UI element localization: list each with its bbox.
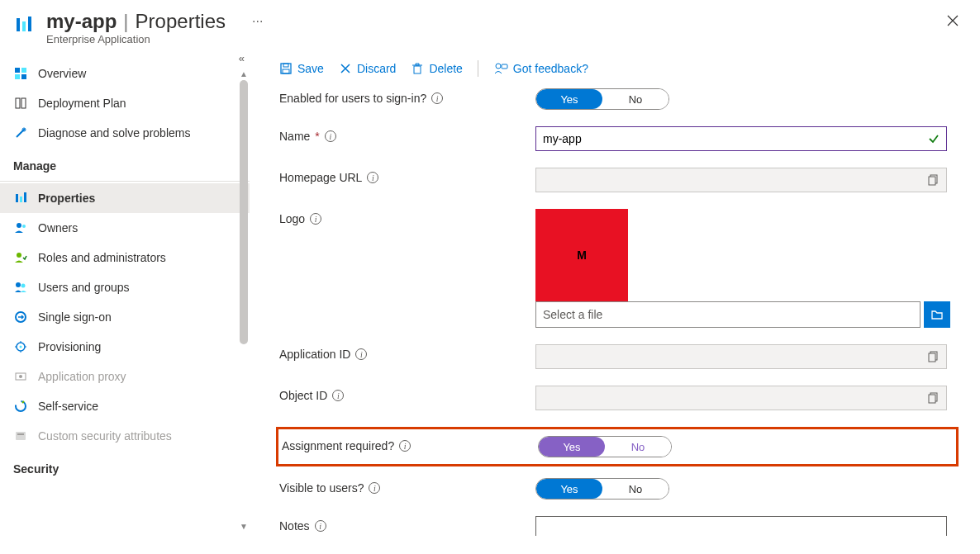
sidebar-item-label: Application proxy <box>38 370 126 383</box>
browse-file-button[interactable] <box>924 301 950 328</box>
info-icon[interactable]: i <box>315 520 326 532</box>
save-button[interactable]: Save <box>279 62 324 75</box>
label-object-id: Object ID <box>279 389 327 402</box>
sidebar-item-label: Diagnose and solve problems <box>38 126 190 140</box>
svg-point-13 <box>17 223 21 228</box>
checkmark-icon <box>928 133 940 144</box>
object-id-field <box>535 386 947 410</box>
logo-file-input[interactable]: Select a file <box>535 301 921 328</box>
sidebar-item-provisioning[interactable]: Provisioning <box>0 332 250 362</box>
svg-rect-35 <box>929 353 935 362</box>
discard-icon <box>339 62 352 75</box>
toggle-no[interactable]: No <box>602 89 668 109</box>
info-icon[interactable]: i <box>355 348 367 360</box>
discard-button[interactable]: Discard <box>339 62 396 75</box>
svg-point-17 <box>21 284 26 288</box>
sidebar-item-deployment-plan[interactable]: Deployment Plan <box>0 88 250 118</box>
toggle-visible[interactable]: Yes No <box>535 478 669 500</box>
application-id-field <box>535 344 947 369</box>
sidebar-item-users-groups[interactable]: Users and groups <box>0 272 250 302</box>
svg-point-22 <box>19 375 22 378</box>
toggle-yes[interactable]: Yes <box>536 89 602 109</box>
name-input[interactable] <box>543 132 928 145</box>
label-notes: Notes <box>279 519 310 533</box>
svg-rect-7 <box>16 98 20 108</box>
header-app-name: my-app <box>46 10 117 33</box>
sidebar-item-sso[interactable]: Single sign-on <box>0 302 250 332</box>
sidebar-item-properties[interactable]: Properties <box>0 183 250 213</box>
toggle-no[interactable]: No <box>602 479 668 499</box>
label-enabled-signin: Enabled for users to sign-in? <box>279 92 426 105</box>
toggle-yes[interactable]: Yes <box>536 479 602 499</box>
label-logo: Logo <box>279 212 305 225</box>
sidebar-item-self-service[interactable]: Self-service <box>0 391 250 421</box>
sidebar-group-manage: Manage <box>0 148 250 182</box>
info-icon[interactable]: i <box>325 130 336 142</box>
save-label: Save <box>297 62 324 75</box>
sidebar-item-diagnose[interactable]: Diagnose and solve problems <box>0 118 250 148</box>
sidebar-item-label: Custom security attributes <box>38 429 172 443</box>
toggle-assignment-required[interactable]: Yes No <box>538 436 672 457</box>
svg-rect-3 <box>15 68 20 73</box>
svg-rect-33 <box>929 177 935 185</box>
label-homepage: Homepage URL <box>279 171 362 184</box>
svg-rect-24 <box>16 432 26 440</box>
required-indicator: * <box>315 130 319 143</box>
folder-icon <box>930 308 944 321</box>
security-attr-icon <box>13 429 28 443</box>
toggle-yes[interactable]: Yes <box>539 437 605 457</box>
sidebar-item-label: Owners <box>38 221 78 234</box>
row-notes: Notes i <box>279 516 959 536</box>
sidebar-item-label: Overview <box>38 67 86 80</box>
feedback-icon <box>493 62 508 75</box>
row-object-id: Object ID i <box>279 386 959 410</box>
owners-icon <box>13 220 28 235</box>
toggle-enabled-signin[interactable]: Yes No <box>535 88 669 110</box>
svg-point-16 <box>16 282 21 287</box>
sidebar-item-custom-security: Custom security attributes <box>0 421 250 451</box>
row-application-id: Application ID i <box>279 344 959 369</box>
toggle-no[interactable]: No <box>605 437 671 457</box>
info-icon[interactable]: i <box>310 213 321 225</box>
discard-label: Discard <box>357 62 396 75</box>
svg-point-20 <box>20 346 22 348</box>
copy-icon[interactable] <box>928 351 940 362</box>
svg-rect-5 <box>15 74 20 79</box>
sidebar-item-roles[interactable]: Roles and administrators <box>0 243 250 272</box>
feedback-label: Got feedback? <box>513 62 588 75</box>
svg-rect-29 <box>414 66 421 73</box>
logo-initial: M <box>577 249 587 262</box>
sidebar-item-owners[interactable]: Owners <box>0 213 250 243</box>
info-icon[interactable]: i <box>332 390 344 401</box>
copy-icon[interactable] <box>928 392 940 404</box>
svg-rect-28 <box>283 69 289 73</box>
app-icon <box>13 13 36 36</box>
scroll-down-icon[interactable]: ▼ <box>239 521 249 531</box>
label-name: Name <box>279 130 310 143</box>
sidebar: « Overview Deployment Plan Diagnose and … <box>0 52 250 554</box>
info-icon[interactable]: i <box>399 440 411 452</box>
sidebar-item-label: Provisioning <box>38 340 101 353</box>
notes-textarea[interactable] <box>535 516 947 536</box>
more-actions-button[interactable]: ··· <box>252 14 263 29</box>
command-bar: Save Discard Delete Got feedback? <box>279 55 959 88</box>
label-visible: Visible to users? <box>279 481 364 495</box>
info-icon[interactable]: i <box>367 172 378 183</box>
copy-icon[interactable] <box>928 174 940 186</box>
logo-preview: M <box>535 209 628 301</box>
svg-point-30 <box>496 64 501 69</box>
close-button[interactable] <box>942 10 963 31</box>
info-icon[interactable]: i <box>369 482 380 494</box>
collapse-sidebar-button[interactable]: « <box>239 52 245 64</box>
info-icon[interactable]: i <box>431 92 443 104</box>
sidebar-scrollbar[interactable]: ▲ ▼ <box>239 69 249 531</box>
svg-point-23 <box>16 401 26 411</box>
feedback-button[interactable]: Got feedback? <box>493 62 588 75</box>
sidebar-item-overview[interactable]: Overview <box>0 59 250 88</box>
scroll-thumb[interactable] <box>240 80 248 344</box>
header-title-divider: | <box>123 10 128 33</box>
sidebar-item-label: Users and groups <box>38 281 130 294</box>
delete-button[interactable]: Delete <box>411 62 462 75</box>
homepage-field <box>535 168 947 192</box>
scroll-up-icon[interactable]: ▲ <box>239 69 249 78</box>
